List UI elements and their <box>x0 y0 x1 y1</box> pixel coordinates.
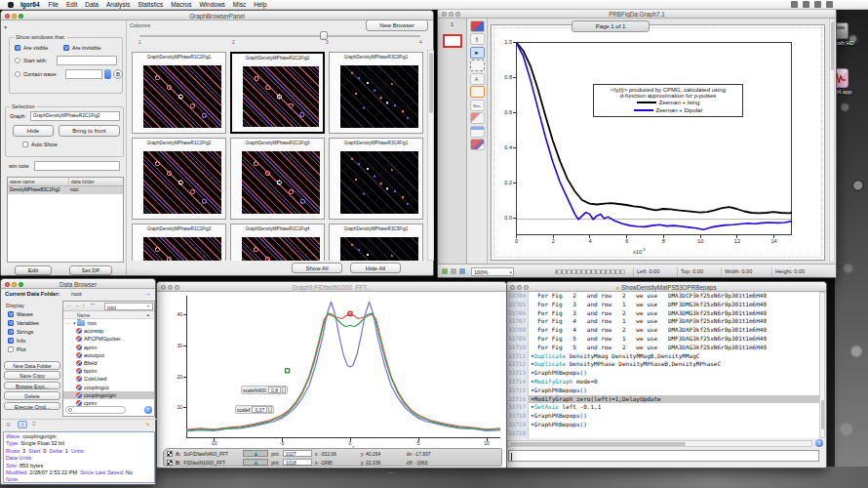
status-icon-2[interactable] <box>803 1 809 8</box>
graph-thumbnail[interactable]: GraphDensityMPhaseR3C4Fig1 <box>329 138 423 220</box>
arrow-tool-icon[interactable]: ► <box>470 47 485 59</box>
cmd-hscrollbar[interactable] <box>507 440 812 447</box>
tree-item-bfield[interactable]: Bfield <box>63 359 154 367</box>
rect-tool-icon[interactable] <box>470 86 485 98</box>
setvar-scalef[interactable]: scalef: 0.37 <box>235 405 274 414</box>
save-copybutton[interactable]: Save Copy <box>4 371 60 380</box>
draw-table-icon[interactable] <box>470 126 485 138</box>
misc-tool-button[interactable]: Misc <box>470 100 485 111</box>
status-icon-3[interactable] <box>814 1 821 8</box>
statusbar-icon-3[interactable] <box>459 268 465 274</box>
menu-file[interactable]: File <box>49 1 59 8</box>
menu-misc[interactable]: Misc <box>233 1 246 8</box>
wave-table[interactable]: wave name data folder DensityMPhaseB3C1F… <box>7 177 124 263</box>
scrollbar-thumb[interactable] <box>831 21 834 70</box>
bring-to-front-button[interactable]: Bring to front <box>59 125 120 137</box>
code-line[interactable]: 33706 For Fig 3 and row 2 we use DMA3DMG… <box>507 309 819 318</box>
thumbnail-scrollbar[interactable] <box>427 50 434 261</box>
igor-tool-icon[interactable] <box>470 20 485 32</box>
are-visible-checkbox[interactable] <box>15 45 20 51</box>
tree-item-colsused[interactable]: ColsUsed <box>63 375 154 383</box>
waves-view-icon[interactable]: ≋ <box>6 421 11 427</box>
plot-checkbox[interactable] <box>8 346 14 352</box>
disclosure-triangle[interactable]: ▾ <box>4 23 7 30</box>
show-all-button[interactable]: Show All <box>292 263 342 273</box>
menu-help[interactable]: Help <box>254 1 266 8</box>
zoom-select[interactable]: 100% <box>471 267 514 276</box>
code-line[interactable]: 33704 For Fig 2 and row 2 we use DMA3DCP… <box>507 292 819 301</box>
code-line[interactable]: 33714•ModifyGraph mode=0 <box>507 378 819 386</box>
back-icon[interactable]: ← <box>66 303 72 308</box>
code-line[interactable]: 33719•GraphPRBepops() <box>507 421 819 429</box>
new-browser-button[interactable]: New Browser <box>366 20 428 31</box>
tree-item-apcpmgpulsei[interactable]: APCPMGpulsei... <box>63 335 154 343</box>
start-with-input[interactable] <box>57 56 117 65</box>
setvar-value[interactable]: 0.37 <box>252 406 267 413</box>
menu-edit[interactable]: Edit <box>66 1 77 8</box>
setvar-scaleN400[interactable]: scaleN400: 0.8 <box>241 386 288 394</box>
edit-button[interactable]: Edit <box>15 265 52 275</box>
win-note-field[interactable] <box>34 161 120 171</box>
code-line[interactable]: 33712•Duplicate DensityMPhase DensityMPh… <box>507 360 819 369</box>
stepper-icon[interactable] <box>282 386 286 393</box>
execute-cmd-button[interactable]: Execute Cmd... <box>4 402 60 411</box>
disclosure-triangle[interactable]: ▼ <box>72 321 76 326</box>
new-data-folderbutton[interactable]: New Data Folder <box>4 361 60 370</box>
scrollbar-thumb[interactable] <box>510 442 686 446</box>
statusbar-icon-2[interactable] <box>451 268 456 274</box>
code-line[interactable]: 33711•Duplicate DensityMmag DensityMMagB… <box>507 352 819 361</box>
graph-thumbnail[interactable]: GraphDensityMPhaseR1C1Fig2 <box>132 138 226 220</box>
code-line[interactable]: 33713•GraphPRBepops() <box>507 369 819 378</box>
columns-slider-track[interactable] <box>139 35 420 37</box>
strings-checkbox[interactable] <box>8 329 14 335</box>
code-line[interactable]: 33718•GraphPRBepops() <box>507 412 819 421</box>
graph-name-field[interactable]: GraphDensityMPhaseR2C1Fig2 <box>30 111 120 121</box>
cursor-style-icon[interactable] <box>167 460 173 466</box>
graph-thumbnail[interactable]: GraphDensityMPhaseR2C1Fig4 <box>230 224 325 261</box>
code-line[interactable]: 33705 For Fig 3 and row 1 we use DMF3DMG… <box>507 301 819 309</box>
stepper-icon[interactable] <box>268 406 272 413</box>
set-df-button[interactable]: Set DF <box>69 265 112 275</box>
graph-thumbnail[interactable]: GraphDensityMPhaseR2C1Fig2 <box>230 52 325 134</box>
auto-show-checkbox[interactable] <box>22 142 28 147</box>
cursor-position-slider[interactable] <box>243 459 268 466</box>
fft-titlebar[interactable]: Graph9:FIDfastN1000_FFT... <box>157 282 506 292</box>
name-column-header[interactable]: Name▲ <box>63 311 154 319</box>
tree-item-acorstsp[interactable]: acorstsp <box>63 327 154 335</box>
table-row[interactable]: DensityMPhaseB3C1Fig2 root: <box>8 186 123 194</box>
tree-item-aprim[interactable]: aprim <box>63 344 154 351</box>
are-invisible-checkbox[interactable] <box>63 45 69 51</box>
contain-wave-input[interactable] <box>65 69 102 79</box>
command-titlebar[interactable]: ● ShowDensityMatPS53OPRBepaps <box>506 282 826 292</box>
data-folder-header[interactable]: data folder <box>68 178 123 186</box>
help-icon[interactable]: ? <box>815 439 823 447</box>
plot-legend[interactable]: <Iy(t)> produced by CPMG, calculated usi… <box>593 84 743 117</box>
menu-macros[interactable]: Macros <box>171 1 191 8</box>
scrollbar-thumb[interactable] <box>429 53 433 113</box>
tree-item-avoutput[interactable]: avoutput <box>63 351 154 359</box>
cdf-arrow-icon[interactable]: → <box>144 290 151 297</box>
code-line[interactable]: 33717•SetAxis left -0.1,1 <box>507 403 819 412</box>
draw-shape-icon[interactable] <box>470 139 485 150</box>
columns-slider-thumb[interactable] <box>320 31 328 40</box>
code-line[interactable]: 33707 For Fig 4 and row 1 we use DMF3DAP… <box>507 317 819 326</box>
code-line[interactable]: 33709 For Fig 5 and row 1 we use DMF3DAG… <box>507 335 819 344</box>
tree-item-couplingorigin[interactable]: couplingorigin <box>63 391 154 399</box>
statusbar-icon-1[interactable] <box>442 268 448 274</box>
data-browser-titlebar[interactable]: Data Browser <box>1 279 155 289</box>
wave-popup-stepper[interactable] <box>104 69 111 79</box>
hide-button[interactable]: Hide <box>13 125 54 137</box>
graph-thumbnail[interactable]: GraphDensityMPhaseR1C1Fig1 <box>132 52 226 134</box>
hide-all-button[interactable]: Hide All <box>350 263 401 273</box>
draw-red-icon[interactable] <box>470 112 485 124</box>
page-selector-button[interactable]: Page 1 of 1 <box>572 20 650 32</box>
cursor-trace-name[interactable]: ScFIDfastN400_FFT <box>183 451 240 457</box>
hook-tool-icon[interactable]: § <box>470 33 485 45</box>
command-line-input[interactable] <box>508 450 819 462</box>
variables-checkbox[interactable] <box>8 320 14 326</box>
history-area[interactable]: 33704 For Fig 2 and row 2 we use DMA3DCP… <box>507 292 819 438</box>
waves-checkbox[interactable] <box>8 311 14 317</box>
apple-menu-icon[interactable] <box>8 2 14 8</box>
start-with-radio[interactable] <box>15 58 20 63</box>
contain-wave-radio[interactable] <box>15 71 20 77</box>
